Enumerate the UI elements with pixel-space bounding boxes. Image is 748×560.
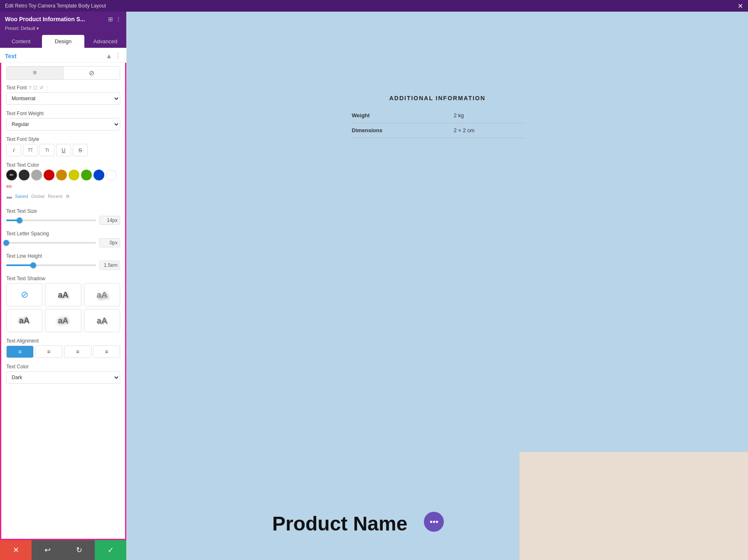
panel-title: Woo Product Information S... xyxy=(5,16,85,22)
fab-button[interactable]: ••• xyxy=(424,512,444,532)
confirm-button[interactable]: ✓ xyxy=(95,540,126,560)
color-settings-icon[interactable]: ⚙ xyxy=(66,194,70,199)
letter-spacing-slider-row: 0px xyxy=(6,238,120,247)
canvas-area: ADDITIONAL INFORMATION Weight 2 kg Dimen… xyxy=(127,12,748,560)
shadow-3[interactable]: aA xyxy=(6,309,42,332)
color-tab-recent[interactable]: Recent xyxy=(48,194,62,199)
text-font-select[interactable]: Montserrat Arial Georgia xyxy=(6,92,120,105)
shadow-1[interactable]: aA xyxy=(45,283,81,306)
section-header-icons: ▲ ⋮ xyxy=(106,52,121,60)
view-toggle: ≡ ⊘ xyxy=(6,66,120,80)
align-right-button[interactable]: ≡ xyxy=(64,345,91,358)
color-expand-icon[interactable]: ••• xyxy=(6,194,12,202)
font-help-icon[interactable]: ? xyxy=(29,85,31,90)
uppercase-button[interactable]: TT xyxy=(23,144,38,156)
text-font-weight-select[interactable]: Regular Bold Light xyxy=(6,118,120,131)
line-height-value[interactable]: 1.5em xyxy=(99,261,120,270)
shadow-4[interactable]: aA xyxy=(45,309,81,332)
color-swatch-green[interactable] xyxy=(81,170,92,180)
beige-panel xyxy=(519,452,748,560)
text-color2-label: Text Color xyxy=(6,364,120,370)
link-view-button[interactable]: ⊘ xyxy=(64,67,120,79)
table-cell-value-1: 2 kg xyxy=(452,108,525,123)
top-bar-title: Edit Retro Toy Camera Template Body Layo… xyxy=(5,3,106,9)
text-color-label: Text Text Color xyxy=(6,162,120,168)
table-row: Dimensions 2 × 2 cm xyxy=(350,123,525,138)
color-tabs: Saved Global Recent ⚙ xyxy=(15,194,70,199)
text-color2-row: Text Color Dark Light Custom xyxy=(6,364,120,384)
align-left-button[interactable]: ≡ xyxy=(6,345,34,358)
left-panel: Woo Product Information S... ⊞ ⋮ Preset:… xyxy=(0,12,127,560)
color-swatch-gray[interactable] xyxy=(31,170,42,180)
line-height-slider[interactable] xyxy=(6,264,96,266)
main-layout: Woo Product Information S... ⊞ ⋮ Preset:… xyxy=(0,12,748,560)
text-size-row: Text Text Size 14px xyxy=(6,208,120,225)
font-reset-icon[interactable]: ↺ xyxy=(39,85,43,91)
text-font-style-row: Text Font Style I TT Tt U S xyxy=(6,136,120,156)
tab-bar: Content Design Advanced xyxy=(0,35,126,48)
align-center-button[interactable]: ≡ xyxy=(35,345,63,358)
style-buttons: I TT Tt U S xyxy=(6,144,120,156)
color-swatch-yellow[interactable] xyxy=(69,170,79,180)
undo-button[interactable]: ↩ xyxy=(32,540,63,560)
align-justify-button[interactable]: ≡ xyxy=(93,345,121,358)
panel-preset[interactable]: Preset: Default ▾ xyxy=(5,26,39,31)
shadow-presets: ⊘ aA aA aA aA aA xyxy=(6,283,120,332)
capitalize-button[interactable]: Tt xyxy=(39,144,54,156)
table-cell-label-1: Weight xyxy=(350,108,452,123)
text-font-style-label: Text Font Style xyxy=(6,136,120,142)
tab-content[interactable]: Content xyxy=(0,35,42,48)
underline-button[interactable]: U xyxy=(56,144,71,156)
text-size-value[interactable]: 14px xyxy=(99,216,120,225)
panel-title-row: Woo Product Information S... ⊞ ⋮ xyxy=(5,16,121,22)
no-shadow-icon: ⊘ xyxy=(21,289,28,300)
letter-spacing-label: Text Letter Spacing xyxy=(6,231,120,237)
color-swatch-orange[interactable] xyxy=(56,170,67,180)
color-swatch-red[interactable] xyxy=(44,170,54,180)
letter-spacing-slider[interactable] xyxy=(6,242,96,244)
section-title: Text xyxy=(5,53,17,59)
table-row: Weight 2 kg xyxy=(350,108,525,123)
redo-button[interactable]: ↻ xyxy=(63,540,95,560)
text-alignment-row: Text Alignment ≡ ≡ ≡ ≡ xyxy=(6,338,120,358)
tab-design[interactable]: Design xyxy=(42,35,84,48)
grid-view-button[interactable]: ≡ xyxy=(7,67,64,79)
color-swatch-dark[interactable] xyxy=(19,170,30,180)
text-size-slider[interactable] xyxy=(6,220,96,221)
text-font-label: Text Font ? ☐ ↺ ⋮ xyxy=(6,85,120,91)
color-tab-global[interactable]: Global xyxy=(31,194,44,199)
panel-icon-1[interactable]: ⊞ xyxy=(108,16,113,22)
collapse-icon[interactable]: ▲ xyxy=(106,52,112,60)
text-size-slider-row: 14px xyxy=(6,216,120,225)
font-device-icon[interactable]: ☐ xyxy=(33,85,37,91)
tab-advanced[interactable]: Advanced xyxy=(84,35,126,48)
table-cell-label-2: Dimensions xyxy=(350,123,452,138)
letter-spacing-row: Text Letter Spacing 0px xyxy=(6,231,120,247)
italic-button[interactable]: I xyxy=(6,144,21,156)
color-tab-saved[interactable]: Saved xyxy=(15,194,28,199)
shadow-5[interactable]: aA xyxy=(84,309,120,332)
line-height-slider-row: 1.5em xyxy=(6,261,120,270)
strikethrough-button[interactable]: S xyxy=(73,144,88,156)
font-more-icon[interactable]: ⋮ xyxy=(45,85,50,91)
text-color-row: Text Text Color ✏ ✏ ••• xyxy=(6,162,120,202)
panel-icon-2[interactable]: ⋮ xyxy=(116,16,121,22)
text-shadow-row: Text Text Shadow ⊘ aA aA aA aA xyxy=(6,276,120,332)
color-pencil-icon[interactable]: ✏ xyxy=(6,182,12,191)
shadow-none[interactable]: ⊘ xyxy=(6,283,42,306)
color-swatch-blue[interactable] xyxy=(94,170,104,180)
close-icon[interactable]: ✕ xyxy=(738,2,743,10)
text-color2-select[interactable]: Dark Light Custom xyxy=(6,371,120,384)
color-swatch-white[interactable] xyxy=(106,170,117,180)
color-swatch-black-active[interactable]: ✏ xyxy=(6,170,17,180)
product-name: Product Name xyxy=(272,512,407,535)
product-info-section: ADDITIONAL INFORMATION Weight 2 kg Dimen… xyxy=(350,95,525,138)
letter-spacing-value[interactable]: 0px xyxy=(99,238,120,247)
shadow-2[interactable]: aA xyxy=(84,283,120,306)
text-font-weight-row: Text Font Weight Regular Bold Light xyxy=(6,111,120,131)
panel-content: ≡ ⊘ Text Font ? ☐ ↺ ⋮ Montserrat Arial G… xyxy=(0,63,126,540)
cancel-button[interactable]: ✕ xyxy=(0,540,32,560)
text-size-label: Text Text Size xyxy=(6,208,120,214)
more-icon[interactable]: ⋮ xyxy=(115,52,121,60)
alignment-buttons: ≡ ≡ ≡ ≡ xyxy=(6,345,120,358)
